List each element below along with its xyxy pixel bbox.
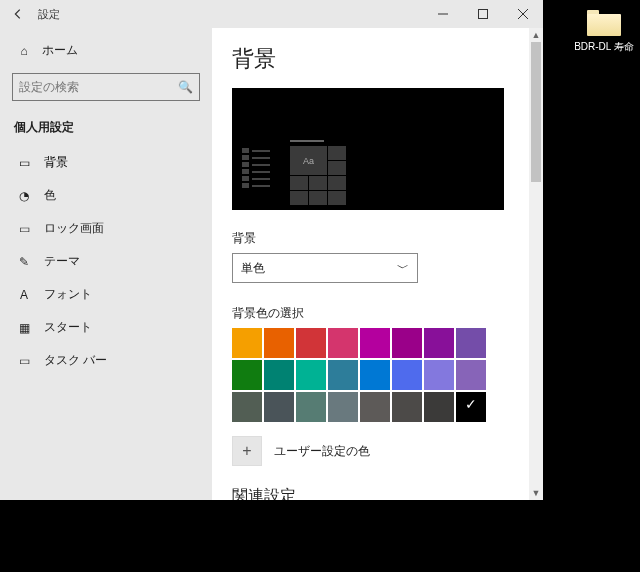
- color-swatch[interactable]: [328, 360, 358, 390]
- sidebar-item-taskbar[interactable]: ▭ タスク バー: [12, 344, 200, 377]
- plus-icon: +: [242, 442, 251, 460]
- preview-list: [242, 148, 270, 188]
- color-swatch[interactable]: [296, 392, 326, 422]
- sidebar-item-lockscreen[interactable]: ▭ ロック画面: [12, 212, 200, 245]
- color-swatch[interactable]: [296, 328, 326, 358]
- preview-aa: Aa: [290, 146, 327, 175]
- custom-color-row: + ユーザー設定の色: [232, 436, 523, 466]
- minimize-button[interactable]: [423, 0, 463, 28]
- color-swatch[interactable]: [392, 392, 422, 422]
- chevron-down-icon: ﹀: [397, 260, 409, 277]
- close-button[interactable]: [503, 0, 543, 28]
- sidebar-item-label: フォント: [44, 286, 92, 303]
- search-box[interactable]: 🔍: [12, 73, 200, 101]
- related-settings-header: 関連設定: [232, 486, 523, 500]
- maximize-icon: [478, 9, 488, 19]
- background-label: 背景: [232, 230, 523, 247]
- settings-window: 設定 ⌂ ホーム 🔍 個人用設定 ▭: [0, 0, 543, 500]
- color-swatch[interactable]: [264, 392, 294, 422]
- preview-tiles: Aa: [290, 140, 346, 205]
- sidebar-item-colors[interactable]: ◔ 色: [12, 179, 200, 212]
- dropdown-value: 単色: [241, 260, 265, 277]
- theme-icon: ✎: [16, 255, 32, 269]
- desktop-preview: Aa: [232, 88, 504, 210]
- sidebar-item-background[interactable]: ▭ 背景: [12, 146, 200, 179]
- start-icon: ▦: [16, 321, 32, 335]
- sidebar-item-label: タスク バー: [44, 352, 107, 369]
- home-label: ホーム: [42, 42, 78, 59]
- color-swatch[interactable]: [328, 392, 358, 422]
- sidebar-item-themes[interactable]: ✎ テーマ: [12, 245, 200, 278]
- sidebar-item-label: 色: [44, 187, 56, 204]
- minimize-icon: [438, 9, 448, 19]
- color-swatch[interactable]: [456, 328, 486, 358]
- maximize-button[interactable]: [463, 0, 503, 28]
- color-swatch[interactable]: [392, 328, 422, 358]
- desktop-folder-icon[interactable]: BDR-DL 寿命: [574, 10, 634, 54]
- color-swatch[interactable]: [264, 360, 294, 390]
- section-header: 個人用設定: [14, 119, 200, 136]
- color-swatch[interactable]: [456, 360, 486, 390]
- back-button[interactable]: [6, 0, 30, 28]
- content-pane: 背景 Aa: [212, 28, 543, 500]
- folder-icon: [587, 10, 621, 36]
- picture-icon: ▭: [16, 156, 32, 170]
- color-swatch[interactable]: [360, 328, 390, 358]
- sidebar: ⌂ ホーム 🔍 個人用設定 ▭ 背景 ◔ 色 ▭ ロック画面 ✎: [0, 28, 212, 500]
- sidebar-item-fonts[interactable]: A フォント: [12, 278, 200, 311]
- color-swatch[interactable]: [392, 360, 422, 390]
- vertical-scrollbar[interactable]: ▲ ▼: [529, 28, 543, 500]
- sidebar-item-label: ロック画面: [44, 220, 104, 237]
- sidebar-item-label: 背景: [44, 154, 68, 171]
- color-swatch[interactable]: [424, 392, 454, 422]
- color-swatch[interactable]: [424, 360, 454, 390]
- color-swatch[interactable]: [360, 392, 390, 422]
- palette-icon: ◔: [16, 189, 32, 203]
- color-swatch[interactable]: [232, 392, 262, 422]
- scroll-track[interactable]: [529, 42, 543, 486]
- font-icon: A: [16, 288, 32, 302]
- color-swatch[interactable]: [296, 360, 326, 390]
- color-swatch[interactable]: [424, 328, 454, 358]
- desktop-icon-label: BDR-DL 寿命: [574, 40, 634, 54]
- sidebar-item-start[interactable]: ▦ スタート: [12, 311, 200, 344]
- scroll-up-button[interactable]: ▲: [529, 28, 543, 42]
- color-swatch[interactable]: [232, 360, 262, 390]
- lockscreen-icon: ▭: [16, 222, 32, 236]
- search-input[interactable]: [19, 80, 178, 94]
- window-controls: [423, 0, 543, 28]
- color-select-label: 背景色の選択: [232, 305, 523, 322]
- color-swatch[interactable]: [232, 328, 262, 358]
- color-swatch[interactable]: [360, 360, 390, 390]
- close-icon: [518, 9, 528, 19]
- color-swatch[interactable]: [264, 328, 294, 358]
- titlebar: 設定: [0, 0, 543, 28]
- color-swatch[interactable]: [456, 392, 486, 422]
- custom-color-button[interactable]: +: [232, 436, 262, 466]
- home-link[interactable]: ⌂ ホーム: [12, 36, 200, 65]
- arrow-left-icon: [11, 7, 25, 21]
- scroll-down-button[interactable]: ▼: [529, 486, 543, 500]
- color-swatches: [232, 328, 523, 422]
- search-icon: 🔍: [178, 80, 193, 94]
- color-swatch[interactable]: [328, 328, 358, 358]
- svg-rect-1: [479, 10, 488, 19]
- background-dropdown[interactable]: 単色 ﹀: [232, 253, 418, 283]
- taskbar-icon: ▭: [16, 354, 32, 368]
- home-icon: ⌂: [16, 44, 32, 58]
- sidebar-item-label: テーマ: [44, 253, 80, 270]
- sidebar-item-label: スタート: [44, 319, 92, 336]
- scroll-thumb[interactable]: [531, 42, 541, 182]
- custom-color-label: ユーザー設定の色: [274, 443, 370, 460]
- window-title: 設定: [38, 7, 60, 22]
- page-title: 背景: [232, 44, 523, 74]
